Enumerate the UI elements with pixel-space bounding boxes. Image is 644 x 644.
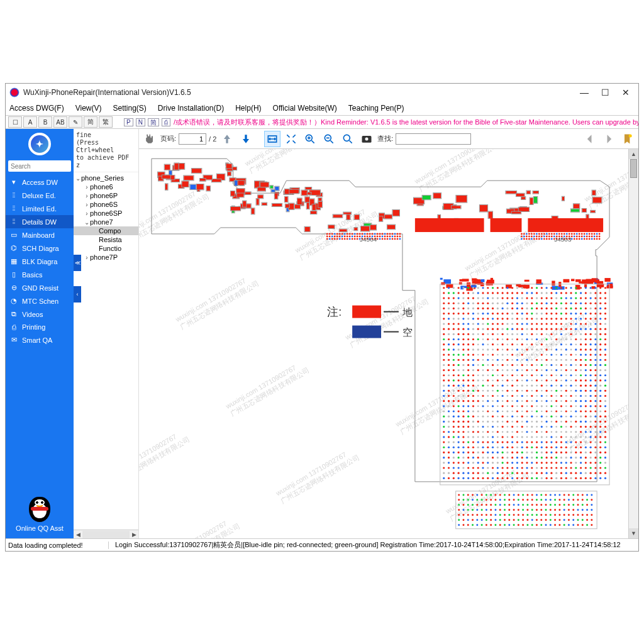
svg-point-1369	[448, 405, 450, 407]
svg-point-1872	[580, 477, 582, 479]
sidebar-item[interactable]: ⦙⦙Limited Ed.	[6, 202, 74, 215]
svg-point-1977	[499, 509, 501, 511]
ticker-button[interactable]: N	[136, 118, 145, 126]
page-input[interactable]	[179, 133, 206, 145]
menu-help[interactable]: Help(H)	[235, 104, 261, 113]
ticker-button[interactable]: P	[124, 118, 133, 126]
tree-node[interactable]: ›phone6SP	[74, 209, 138, 218]
svg-point-1186	[550, 374, 552, 376]
tree-twisty-icon[interactable]: ⌄	[75, 175, 81, 182]
tree-node[interactable]: ›phone6S	[74, 200, 138, 209]
search-input[interactable]	[8, 160, 71, 172]
svg-point-2043	[526, 519, 528, 521]
next-page-button[interactable]	[238, 131, 254, 147]
svg-rect-390	[480, 279, 484, 282]
tree-hscrollbar[interactable]: ◀ ▶	[74, 530, 138, 538]
menu-setting[interactable]: Setting(S)	[113, 104, 146, 113]
find-next-button[interactable]	[601, 131, 617, 147]
ticker-button[interactable]: ⎙	[162, 118, 170, 126]
collapse-handle-icon[interactable]: ≪	[74, 255, 81, 271]
svg-point-1279	[506, 390, 508, 392]
sidebar-item[interactable]: ▦BLK Diagra	[6, 255, 74, 268]
ticker-button[interactable]: 简	[148, 118, 159, 126]
scroll-down-icon[interactable]: ▼	[629, 528, 638, 538]
band-button[interactable]: A	[23, 116, 37, 128]
sidebar-item[interactable]: ◔MTC Schen	[6, 294, 74, 308]
tree-twisty-icon[interactable]: ›	[84, 184, 90, 191]
close-button[interactable]: ✕	[622, 87, 630, 97]
collapse-handle-icon[interactable]: ‹	[74, 286, 81, 303]
sidebar-item[interactable]: ⧉Videos	[6, 308, 74, 321]
band-button[interactable]: 简	[84, 116, 97, 128]
tree-node[interactable]: ⌄phone7	[74, 218, 138, 226]
page-total: / 2	[209, 135, 216, 143]
tree-twisty-icon[interactable]: ›	[84, 192, 90, 199]
svg-point-1922	[522, 499, 524, 501]
fit-page-button[interactable]	[283, 131, 299, 147]
svg-point-796	[472, 318, 474, 319]
bookmark-button[interactable]	[619, 131, 636, 147]
svg-point-1741	[604, 457, 606, 458]
band-button[interactable]: B	[38, 116, 52, 128]
band-button[interactable]: 繁	[99, 116, 113, 128]
zoom-reset-button[interactable]	[340, 131, 356, 147]
band-button[interactable]: ✎	[69, 116, 82, 128]
maximize-button[interactable]: ☐	[601, 87, 609, 97]
sidebar-item[interactable]: ⦙⦙Deluxe Ed.	[6, 189, 74, 202]
tree-node[interactable]: ›phone7P	[74, 253, 138, 262]
zoom-in-button[interactable]	[302, 131, 318, 147]
tree-twisty-icon[interactable]: ⌄	[84, 219, 90, 226]
tree-node[interactable]: ⌄phone_Series	[74, 174, 138, 182]
menu-official-website[interactable]: Official Website(W)	[273, 104, 337, 113]
band-button[interactable]: AB	[53, 116, 67, 128]
menu-access-dwg[interactable]: Access DWG(F)	[9, 104, 64, 113]
sidebar-item[interactable]: ✉Smart QA	[6, 333, 74, 347]
qq-assistant[interactable]: Online QQ Asst	[6, 493, 74, 538]
svg-rect-209	[235, 180, 237, 186]
sidebar-item[interactable]: ▯Basics	[6, 268, 74, 281]
svg-rect-287	[231, 207, 240, 211]
svg-point-718	[590, 303, 592, 304]
sidebar-item[interactable]: ⦙⦙Details DW	[6, 215, 74, 228]
svg-point-1003	[487, 348, 489, 350]
tree-node[interactable]: Compo	[74, 226, 138, 235]
find-input[interactable]	[396, 133, 471, 145]
prev-page-button[interactable]	[219, 131, 235, 147]
zoom-out-button[interactable]	[321, 131, 337, 147]
svg-point-839	[516, 323, 518, 325]
scroll-right-icon[interactable]: ▶	[130, 531, 138, 538]
scroll-thumb[interactable]	[630, 159, 637, 178]
tree-node[interactable]: ›phone6P	[74, 191, 138, 200]
screenshot-button[interactable]	[358, 131, 375, 147]
tree-node[interactable]: Resista	[74, 235, 138, 244]
menu-view[interactable]: View(V)	[75, 104, 102, 113]
svg-point-860	[453, 328, 455, 330]
menu-teaching-pen[interactable]: Teaching Pen(P)	[348, 104, 404, 113]
scroll-up-icon[interactable]: ▲	[629, 149, 638, 159]
svg-point-1038	[492, 353, 494, 355]
svg-rect-289	[305, 227, 310, 231]
minimize-button[interactable]: —	[580, 87, 589, 97]
svg-point-2023	[572, 514, 574, 516]
band-button[interactable]: ☐	[8, 116, 22, 128]
svg-point-1347	[506, 400, 508, 402]
scroll-left-icon[interactable]: ◀	[74, 531, 82, 538]
fit-width-button[interactable]	[264, 131, 280, 147]
find-prev-button[interactable]	[582, 131, 598, 147]
tree-node[interactable]: ›phone6	[74, 182, 138, 191]
sidebar-item[interactable]: ⎙Printing	[6, 321, 74, 333]
viewer-vscrollbar[interactable]: ▲ ▼	[628, 149, 638, 538]
hand-tool-button[interactable]	[142, 131, 158, 147]
schematic-canvas[interactable]: wuxinji.com 13710902767广州五芯迹网络科技有限公司wuxi…	[139, 149, 628, 538]
tree-twisty-icon[interactable]: ›	[84, 201, 90, 208]
tree-node[interactable]: Functio	[74, 244, 138, 253]
sidebar-item[interactable]: ▾Access DW	[6, 175, 74, 189]
tree-twisty-icon[interactable]: ›	[84, 210, 90, 217]
svg-point-1696	[550, 452, 552, 453]
sidebar-item[interactable]: ⌬SCH Diagra	[6, 242, 74, 255]
menu-drive-install[interactable]: Drive Installation(D)	[158, 104, 224, 113]
tree-twisty-icon[interactable]: ›	[84, 254, 90, 261]
svg-point-1601	[585, 436, 587, 438]
sidebar-item[interactable]: ▭Mainboard	[6, 228, 74, 242]
sidebar-item[interactable]: ⊖GND Resist	[6, 281, 74, 294]
